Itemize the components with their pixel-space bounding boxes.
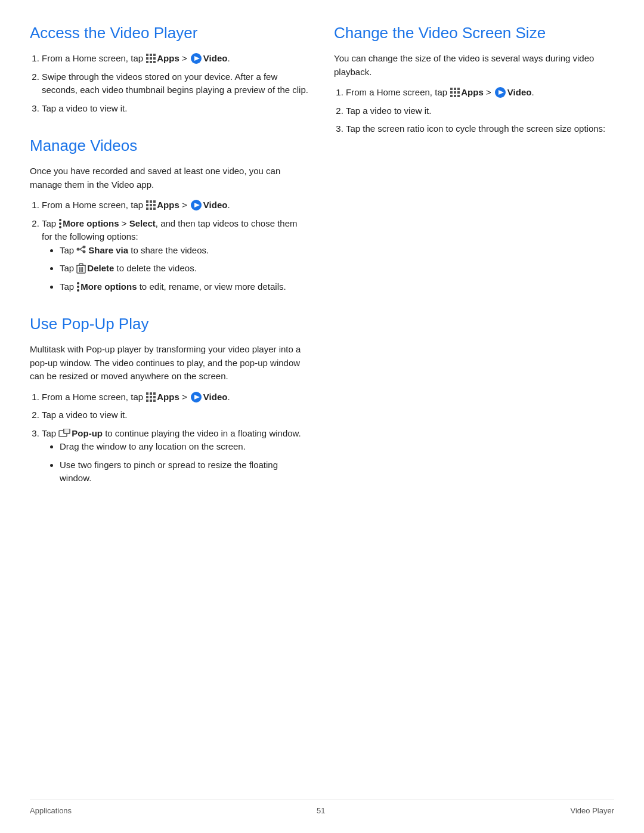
- apps-icon-1: [145, 53, 156, 64]
- change-size-intro: You can change the size of the video is …: [334, 52, 614, 79]
- popup-step-2-text: Tap a video to view it.: [42, 410, 127, 420]
- svg-point-36: [77, 286, 79, 288]
- svg-rect-16: [153, 204, 156, 206]
- video-label-4: Video: [507, 87, 532, 97]
- more-options-icon-1: [58, 218, 62, 229]
- manage-intro: Once you have recorded and saved at leas…: [30, 165, 310, 191]
- video-icon-2: [190, 200, 203, 210]
- access-step-3-text: Tap a video to view it.: [42, 103, 127, 113]
- access-steps-list: From a Home screen, tap: [42, 52, 310, 115]
- svg-point-24: [59, 226, 61, 228]
- footer-center: 51: [317, 806, 325, 815]
- svg-rect-41: [146, 396, 148, 398]
- svg-point-35: [77, 282, 79, 284]
- svg-rect-12: [150, 200, 152, 203]
- svg-rect-52: [450, 88, 453, 90]
- popup-steps-list: From a Home screen, tap: [42, 391, 310, 485]
- popup-bullet-2: Use two fingers to pinch or spread to re…: [60, 459, 310, 485]
- apps-label-3: Apps: [157, 392, 179, 402]
- video-icon-4: [494, 87, 507, 98]
- popup-step-2: Tap a video to view it.: [42, 408, 310, 422]
- footer-left: Applications: [30, 806, 72, 815]
- section-access-video: Access the Video Player From a Home scre…: [30, 24, 310, 115]
- svg-rect-56: [454, 91, 456, 94]
- select-label: Select: [129, 218, 156, 228]
- popup-step-1-before: From a Home screen, tap: [42, 392, 145, 402]
- more-options-icon-2: [76, 281, 80, 292]
- access-step-2: Swipe through the videos stored on your …: [42, 70, 310, 97]
- footer-divider: [30, 800, 614, 800]
- apps-label-4: Apps: [461, 87, 484, 97]
- svg-rect-55: [450, 91, 453, 94]
- svg-point-25: [83, 246, 86, 249]
- popup-step-1-after: .: [227, 392, 230, 402]
- video-label-2: Video: [203, 200, 228, 210]
- svg-rect-39: [150, 392, 152, 395]
- svg-rect-53: [454, 88, 456, 90]
- share-icon: [76, 246, 87, 255]
- popup-step-1: From a Home screen, tap: [42, 391, 310, 404]
- section-title-popup: Use Pop-Up Play: [30, 315, 310, 333]
- manage-bullet-delete: Tap: [60, 262, 310, 275]
- video-label-3: Video: [203, 392, 228, 402]
- popup-bullet-1: Drag the window to any location on the s…: [60, 440, 310, 454]
- svg-rect-44: [146, 400, 148, 402]
- separator-4: >: [484, 87, 494, 97]
- share-label: Share via: [88, 245, 128, 255]
- svg-rect-2: [153, 54, 156, 56]
- manage-step-1-text-after: .: [227, 200, 230, 210]
- manage-bullets: Tap Share via to share the videos.: [60, 244, 310, 294]
- share-text: to share the videos.: [128, 245, 209, 255]
- apps-label-1: Apps: [157, 53, 179, 63]
- svg-rect-60: [457, 95, 460, 97]
- separator-3: >: [179, 392, 190, 402]
- svg-point-27: [77, 247, 80, 250]
- footer-right: Video Player: [571, 806, 614, 815]
- manage-text-tap2: Tap: [60, 263, 76, 273]
- svg-rect-38: [146, 392, 148, 395]
- change-size-steps: From a Home screen, tap: [346, 86, 614, 136]
- svg-rect-8: [153, 61, 156, 63]
- left-column: Access the Video Player From a Home scre…: [30, 24, 310, 507]
- manage-text-tap1: Tap: [60, 245, 76, 255]
- change-size-step-3: Tap the screen ratio icon to cycle throu…: [346, 122, 614, 136]
- manage-step-2: Tap More options > Select, and then tap …: [42, 217, 310, 294]
- popup-step-3: Tap Pop-up to continue playing the video…: [42, 427, 310, 485]
- svg-rect-42: [150, 396, 152, 398]
- apps-icon-3: [145, 392, 156, 402]
- svg-rect-45: [150, 400, 152, 402]
- change-step-1-after: .: [531, 87, 534, 97]
- popup-intro: Multitask with Pop-up player by transfor…: [30, 343, 310, 383]
- svg-rect-4: [150, 57, 152, 60]
- access-step-1: From a Home screen, tap: [42, 52, 310, 66]
- change-step-1-before: From a Home screen, tap: [346, 87, 450, 97]
- svg-rect-17: [146, 208, 148, 210]
- access-step-2-text: Swipe through the videos stored on your …: [42, 72, 308, 95]
- change-size-step-2: Tap a video to view it.: [346, 104, 614, 118]
- section-title-manage: Manage Videos: [30, 137, 310, 155]
- more-options-label-2: More options: [80, 281, 137, 292]
- apps-icon-2: [145, 200, 156, 210]
- apps-label-2: Apps: [157, 200, 179, 210]
- access-step-3: Tap a video to view it.: [42, 102, 310, 116]
- svg-rect-0: [146, 54, 148, 56]
- svg-rect-31: [79, 264, 83, 265]
- manage-step-2-sep: >: [119, 218, 129, 228]
- svg-rect-51: [64, 429, 70, 433]
- svg-point-22: [59, 219, 61, 221]
- manage-bullet-share: Tap Share via to share the videos.: [60, 244, 310, 258]
- change-size-step-1: From a Home screen, tap: [346, 86, 614, 100]
- more-text: to edit, rename, or view more details.: [137, 281, 286, 292]
- popup-bullets: Drag the window to any location on the s…: [60, 440, 310, 485]
- section-title-change-size: Change the Video Screen Size: [334, 24, 614, 42]
- access-step-1-text-after: .: [227, 53, 230, 63]
- svg-rect-5: [153, 57, 156, 60]
- svg-rect-6: [146, 61, 148, 63]
- svg-rect-3: [146, 57, 148, 60]
- separator-1: >: [179, 53, 190, 63]
- delete-icon: [76, 263, 86, 274]
- popup-step-3-before: Tap: [42, 428, 58, 438]
- svg-rect-54: [457, 88, 460, 90]
- popup-label: Pop-up: [72, 428, 103, 438]
- right-column: Change the Video Screen Size You can cha…: [334, 24, 614, 507]
